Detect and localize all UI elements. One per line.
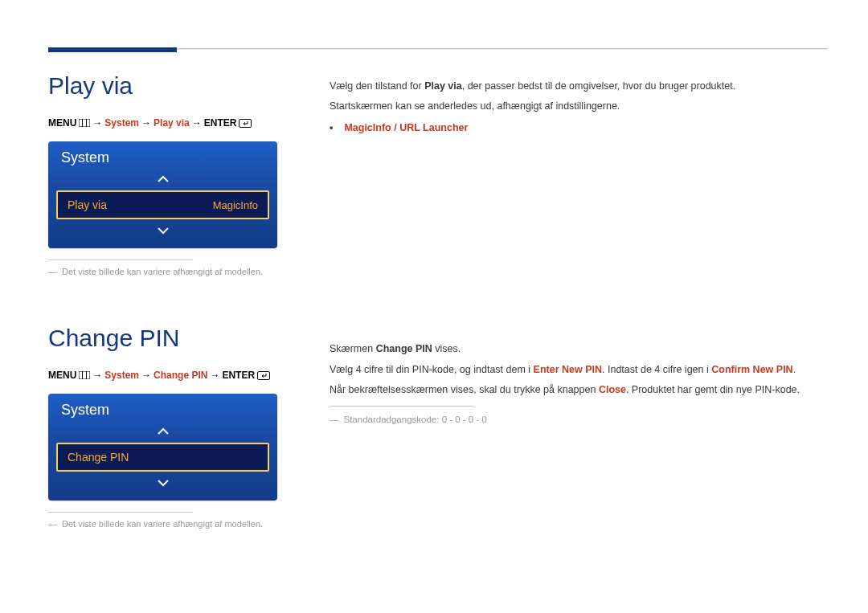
note-play-via: ― Det viste billede kan variere afhængig…	[48, 267, 297, 276]
menu-item-label: Change PIN	[68, 451, 129, 464]
bullet-dot-icon: •	[330, 119, 333, 137]
enter-icon	[239, 119, 252, 128]
menu-path-enter: ENTER	[204, 117, 237, 129]
text: Vælg den tilstand for	[330, 80, 424, 92]
info-text: Standardadgangskode: 0 - 0 - 0 - 0	[344, 411, 487, 428]
text: .	[793, 364, 796, 375]
dash-icon: ―	[48, 519, 57, 529]
menu-path-playvia: Play via	[154, 117, 190, 129]
text: . Indtast de 4 cifre igen i	[602, 364, 711, 375]
chevron-down-icon[interactable]	[48, 475, 277, 491]
note-rule	[48, 512, 193, 513]
bold-confirm-new-pin: Confirm New PIN	[711, 364, 792, 375]
menu-grid-icon	[79, 371, 90, 379]
svg-rect-0	[79, 119, 90, 127]
menu-item-value: MagicInfo	[213, 199, 258, 211]
menu-path-system: System	[104, 117, 139, 129]
system-box-header: System	[48, 141, 277, 171]
arrow: →	[210, 370, 219, 381]
dash-icon: ―	[330, 411, 339, 428]
note-rule	[48, 260, 193, 260]
note-text: Det viste billede kan variere afhængigt …	[62, 267, 263, 276]
menu-item-label: Play via	[68, 198, 107, 211]
page-accent-tab	[48, 47, 177, 52]
section-title-change-pin: Change PIN	[48, 325, 297, 352]
menu-path-enter: ENTER	[222, 370, 255, 381]
system-menu-box-play-via: System Play via MagicInfo	[48, 141, 277, 248]
info-rule	[330, 406, 474, 407]
bullet-magicinfo: • MagicInfo / URL Launcher	[330, 119, 828, 137]
arrow: →	[141, 370, 151, 381]
chevron-up-icon[interactable]	[48, 423, 277, 439]
system-menu-box-change-pin: System Change PIN	[48, 394, 277, 501]
arrow: →	[92, 370, 102, 381]
menu-path-menu: MENU	[48, 370, 76, 381]
menu-path-changepin: Change PIN	[154, 370, 207, 381]
menu-path-change-pin: MENU → System → Change PIN → ENTER	[48, 370, 297, 381]
note-change-pin: ― Det viste billede kan variere afhængig…	[48, 519, 297, 529]
text: Skærmen	[330, 343, 376, 354]
enter-icon	[257, 371, 270, 380]
text: Vælg 4 cifre til din PIN-kode, og indtas…	[330, 364, 534, 375]
bold-enter-new-pin: Enter New PIN	[534, 364, 602, 375]
text: Startskærmen kan se anderledes ud, afhæn…	[330, 97, 828, 116]
menu-path-system: System	[104, 370, 139, 381]
text: . Produktet har gemt din nye PIN-kode.	[626, 384, 800, 395]
bullet-text: MagicInfo / URL Launcher	[344, 119, 468, 137]
description-change-pin: Skærmen Change PIN vises. Vælg 4 cifre t…	[330, 340, 828, 428]
info-default-code: ― Standardadgangskode: 0 - 0 - 0 - 0	[330, 411, 828, 428]
system-menu-item-change-pin[interactable]: Change PIN	[56, 443, 269, 472]
note-text: Det viste billede kan variere afhængigt …	[62, 519, 263, 529]
section-title-play-via: Play via	[48, 72, 297, 100]
system-menu-item-play-via[interactable]: Play via MagicInfo	[56, 190, 269, 219]
arrow: →	[92, 117, 102, 129]
dash-icon: ―	[48, 267, 57, 276]
svg-rect-4	[79, 371, 90, 379]
chevron-down-icon[interactable]	[48, 223, 277, 239]
description-play-via: Vælg den tilstand for Play via, der pass…	[330, 77, 828, 137]
bold-play-via: Play via	[424, 80, 462, 92]
menu-path-play-via: MENU → System → Play via → ENTER	[48, 117, 297, 129]
bold-close: Close	[599, 384, 626, 395]
chevron-up-icon[interactable]	[48, 171, 277, 187]
menu-path-menu: MENU	[48, 117, 76, 129]
arrow: →	[192, 117, 202, 129]
text: Når bekræftelsesskærmen vises, skal du t…	[330, 384, 599, 395]
bold-change-pin: Change PIN	[376, 343, 432, 354]
menu-grid-icon	[79, 119, 90, 127]
system-box-header: System	[48, 394, 277, 423]
text: , der passer bedst til de omgivelser, hv…	[462, 80, 735, 92]
arrow: →	[141, 117, 151, 129]
text: vises.	[432, 343, 461, 354]
